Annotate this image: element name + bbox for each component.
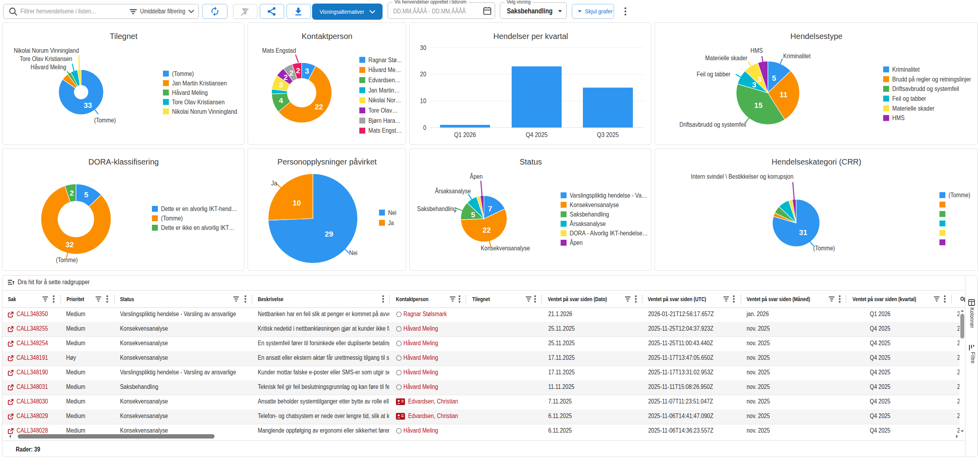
svg-text:22: 22 xyxy=(315,103,323,111)
svg-text:Tore Olav Kristiansen: Tore Olav Kristiansen xyxy=(20,55,72,62)
svg-text:3: 3 xyxy=(305,67,309,75)
svg-text:2: 2 xyxy=(284,73,288,81)
svg-text:Personopplysninger påvirket: Personopplysninger påvirket xyxy=(277,157,377,166)
svg-text:5: 5 xyxy=(471,211,475,219)
svg-text:Feil og tabber: Feil og tabber xyxy=(892,95,926,102)
svg-text:11: 11 xyxy=(780,91,788,99)
svg-text:Edvardsen…: Edvardsen… xyxy=(368,76,400,83)
svg-text:Dette er ikke en alvorlig IKT…: Dette er ikke en alvorlig IKT… xyxy=(161,224,235,231)
svg-text:3: 3 xyxy=(757,75,762,83)
svg-text:2: 2 xyxy=(296,67,300,75)
svg-text:Tilegnet: Tilegnet xyxy=(110,32,138,41)
svg-text:DORA - Alvorlig IKT-hendelse…: DORA - Alvorlig IKT-hendelse… xyxy=(570,230,648,237)
svg-text:2: 2 xyxy=(289,69,294,77)
svg-text:Q1 2026: Q1 2026 xyxy=(454,131,476,138)
svg-text:Konsekvensanalyse: Konsekvensanalyse xyxy=(570,201,619,208)
svg-text:Nei: Nei xyxy=(388,209,396,216)
svg-text:4: 4 xyxy=(279,96,283,105)
svg-text:10: 10 xyxy=(293,199,301,207)
svg-text:10: 10 xyxy=(420,97,426,104)
svg-text:Varslingspliktig hendelse - Va: Varslingspliktig hendelse - Va… xyxy=(570,192,647,199)
svg-text:3: 3 xyxy=(752,81,756,89)
svg-text:Nikolai Nor…: Nikolai Nor… xyxy=(368,96,401,104)
svg-text:Hendelsestype: Hendelsestype xyxy=(790,32,842,41)
svg-text:Bjørn Hara…: Bjørn Hara… xyxy=(368,117,401,124)
svg-text:Konsekvensanalyse: Konsekvensanalyse xyxy=(481,244,530,252)
svg-text:Status: Status xyxy=(520,157,542,166)
svg-text:HMS: HMS xyxy=(751,47,763,54)
svg-text:Nikolai Norum Vinningland: Nikolai Norum Vinningland xyxy=(14,47,79,54)
svg-text:Driftsavbrudd og systemfeil: Driftsavbrudd og systemfeil xyxy=(679,121,746,128)
svg-text:(Tomme): (Tomme) xyxy=(161,215,183,222)
svg-text:Jan Martin Kristiansen: Jan Martin Kristiansen xyxy=(172,80,227,87)
svg-text:Ja: Ja xyxy=(271,180,277,187)
svg-text:DORA-klassifisering: DORA-klassifisering xyxy=(89,157,159,166)
svg-text:Hendelseskategori (CRR): Hendelseskategori (CRR) xyxy=(772,157,862,166)
svg-text:Håvard Me…: Håvard Me… xyxy=(368,66,401,73)
svg-text:Åpen: Åpen xyxy=(570,239,583,246)
svg-text:Q3 2025: Q3 2025 xyxy=(597,131,619,138)
svg-text:Ragnar Stø…: Ragnar Stø… xyxy=(368,56,402,63)
svg-text:Kriminalitet: Kriminalitet xyxy=(783,52,811,59)
svg-text:Håvard Meling: Håvard Meling xyxy=(172,89,208,96)
svg-text:15: 15 xyxy=(754,101,763,109)
svg-text:(Tomme): (Tomme) xyxy=(172,70,194,77)
svg-text:0: 0 xyxy=(423,124,426,131)
svg-text:Håvard Meling: Håvard Meling xyxy=(31,63,67,70)
svg-text:Årsaksanalyse: Årsaksanalyse xyxy=(435,187,471,194)
svg-text:(Tomme): (Tomme) xyxy=(56,256,78,263)
svg-text:5: 5 xyxy=(772,74,777,82)
svg-text:Åpen: Åpen xyxy=(470,173,483,180)
svg-text:30: 30 xyxy=(420,44,426,51)
svg-text:Materielle skader: Materielle skader xyxy=(892,105,934,112)
svg-text:Kontaktperson: Kontaktperson xyxy=(302,32,353,41)
svg-text:Hendelser per kvartal: Hendelser per kvartal xyxy=(493,32,568,41)
svg-text:(Tomme): (Tomme) xyxy=(813,244,835,252)
svg-text:29: 29 xyxy=(325,230,333,238)
svg-text:Nikolai Norum Vinningland: Nikolai Norum Vinningland xyxy=(172,108,237,115)
svg-text:22: 22 xyxy=(483,226,491,234)
svg-text:Materielle skader: Materielle skader xyxy=(705,54,747,61)
svg-text:Ja: Ja xyxy=(388,219,394,226)
svg-text:Jan Martin…: Jan Martin… xyxy=(368,87,400,94)
svg-text:Tore Olav…: Tore Olav… xyxy=(368,107,398,114)
svg-text:Kriminalitet: Kriminalitet xyxy=(892,66,920,73)
svg-text:(Tomme): (Tomme) xyxy=(94,117,116,124)
svg-text:31: 31 xyxy=(799,228,808,237)
svg-text:HMS: HMS xyxy=(892,114,904,121)
svg-text:Nei: Nei xyxy=(349,249,357,256)
svg-text:Dette er en alvorlig IKT-hend…: Dette er en alvorlig IKT-hend… xyxy=(161,205,237,212)
svg-text:7: 7 xyxy=(488,205,492,213)
svg-text:Intern svindel \ Bestikkelser: Intern svindel \ Bestikkelser og korrups… xyxy=(691,173,793,180)
svg-text:(Tomme): (Tomme) xyxy=(949,191,971,198)
svg-text:20: 20 xyxy=(420,70,426,78)
svg-text:32: 32 xyxy=(65,241,74,249)
svg-text:33: 33 xyxy=(84,101,92,109)
svg-text:Tore Olav Kristiansen: Tore Olav Kristiansen xyxy=(172,98,225,105)
svg-text:Saksbehandling: Saksbehandling xyxy=(417,205,457,212)
svg-text:5: 5 xyxy=(84,191,89,199)
svg-text:Saksbehandling: Saksbehandling xyxy=(570,211,609,218)
svg-text:2: 2 xyxy=(70,189,74,197)
svg-text:Feil og tabber: Feil og tabber xyxy=(697,70,730,78)
svg-text:3: 3 xyxy=(279,81,283,89)
svg-text:Mats Engst…: Mats Engst… xyxy=(368,127,401,134)
svg-text:Årsaksanalyse: Årsaksanalyse xyxy=(570,220,606,227)
svg-text:Q4 2025: Q4 2025 xyxy=(526,131,548,138)
svg-text:Mats Engstad: Mats Engstad xyxy=(262,47,296,54)
svg-text:Brudd på regler og retningslin: Brudd på regler og retningslinjer xyxy=(892,76,971,83)
svg-text:Driftsavbrudd og systemfeil: Driftsavbrudd og systemfeil xyxy=(892,85,959,92)
